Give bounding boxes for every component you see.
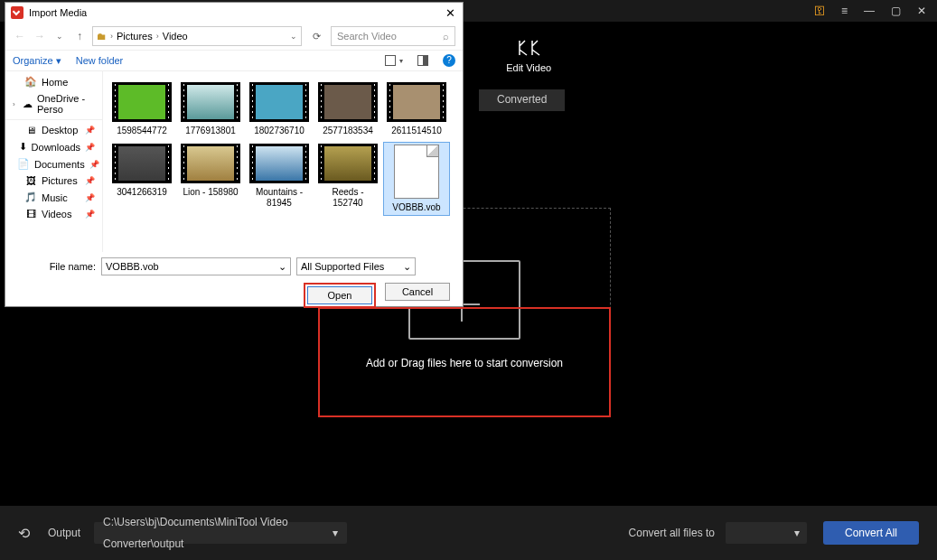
file-item[interactable]: Reeds - 152740 [314,142,381,216]
up-icon[interactable]: ↑ [72,30,87,42]
back-icon[interactable]: ← [13,30,27,42]
file-item[interactable]: 1776913801 [177,80,244,138]
chevron-down-icon[interactable]: ⌄ [52,32,67,41]
breadcrumb[interactable]: 🖿 › Pictures › Video ⌄ [92,26,302,46]
convert-format-select[interactable]: ▾ [726,522,807,544]
minimize-icon[interactable]: — [864,5,875,17]
edit-video-button[interactable]: Edit Video [506,39,551,73]
search-input[interactable]: Search Video ⌕ [331,26,455,46]
sidebar-item-documents[interactable]: 📄Documents📌 [5,155,102,173]
file-item[interactable]: 3041266319 [108,142,175,216]
organize-button[interactable]: Organize ▾ [13,55,61,67]
forward-icon[interactable]: → [33,30,47,42]
view-options[interactable]: ▾ [385,55,403,66]
open-button-highlight: Open [304,283,376,308]
sidebar-item-downloads[interactable]: ⬇Downloads📌 [5,138,102,155]
bottom-bar: ⟲ Output C:\Users\bj\Documents\MiniTool … [0,506,937,560]
sidebar: 🏠Home ›☁OneDrive - Perso 🖥Desktop📌 ⬇Down… [5,71,103,252]
tab-converted[interactable]: Converted [479,89,565,111]
filename-label: File name: [14,261,96,272]
menu-icon[interactable]: ≡ [841,5,848,17]
file-item[interactable]: 2577183534 [314,80,381,138]
open-button[interactable]: Open [307,286,372,304]
chevron-down-icon[interactable]: ⌄ [290,32,297,41]
folder-icon: 🖿 [97,31,107,42]
dialog-nav: ← → ⌄ ↑ 🖿 › Pictures › Video ⌄ ⟳ Search … [5,23,463,50]
cancel-button[interactable]: Cancel [385,283,450,301]
output-label: Output [48,527,80,539]
app-logo-icon [11,6,23,19]
file-item-selected[interactable]: VOBBB.vob [383,142,450,216]
app-close-icon[interactable]: ✕ [917,5,926,17]
convert-to-label: Convert all files to [629,527,715,539]
dialog-titlebar: Import Media ✕ [5,3,463,23]
sidebar-item-videos[interactable]: 🎞Videos📌 [5,206,102,222]
dialog-title: Import Media [29,7,437,18]
convert-all-button[interactable]: Convert All [823,521,919,545]
new-folder-button[interactable]: New folder [76,55,124,66]
sidebar-item-onedrive[interactable]: ›☁OneDrive - Perso [5,90,102,117]
search-icon: ⌕ [443,31,449,42]
file-grid: 1598544772 1776913801 1802736710 2577183… [103,71,463,252]
file-type-filter[interactable]: All Supported Files⌄ [296,257,416,275]
help-icon[interactable]: ? [443,54,455,67]
import-media-dialog: Import Media ✕ ← → ⌄ ↑ 🖿 › Pictures › Vi… [5,2,464,307]
maximize-icon[interactable]: ▢ [891,5,901,17]
file-item[interactable]: 1598544772 [108,80,175,138]
filename-input[interactable]: VOBBB.vob⌄ [101,257,291,275]
preview-pane-button[interactable] [417,55,428,66]
close-icon[interactable]: ✕ [437,6,463,20]
sidebar-item-desktop[interactable]: 🖥Desktop📌 [5,122,102,138]
key-icon[interactable]: ⚿ [814,5,825,17]
refresh-icon[interactable]: ⟳ [307,31,325,42]
file-item[interactable]: Lion - 158980 [177,142,244,216]
file-item[interactable]: Mountains - 81945 [246,142,313,216]
history-icon[interactable]: ⟲ [18,525,30,542]
file-item[interactable]: 2611514510 [383,80,450,138]
dialog-bottom: File name: VOBBB.vob⌄ All Supported File… [5,252,463,313]
file-item[interactable]: 1802736710 [246,80,313,138]
sidebar-item-pictures[interactable]: 🖼Pictures📌 [5,173,102,189]
sidebar-item-music[interactable]: 🎵Music📌 [5,189,102,206]
dialog-toolbar: Organize ▾ New folder ▾ ? [5,50,463,71]
drop-text: Add or Drag files here to start conversi… [318,357,611,369]
sidebar-item-home[interactable]: 🏠Home [5,73,102,90]
output-path-select[interactable]: C:\Users\bj\Documents\MiniTool Video Con… [94,522,347,544]
